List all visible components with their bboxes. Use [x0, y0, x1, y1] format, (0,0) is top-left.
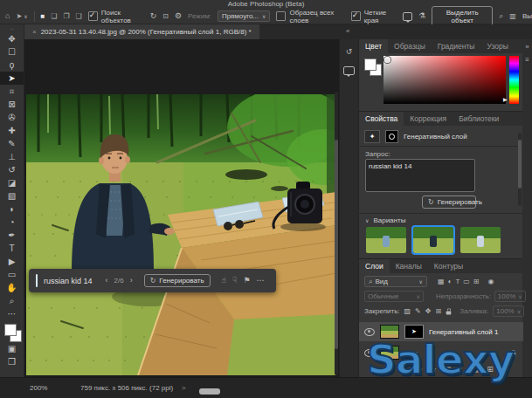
- foreground-color-swatch[interactable]: [364, 58, 377, 71]
- lock-position-icon[interactable]: ✥: [425, 308, 432, 315]
- clone-stamp-tool[interactable]: ⊥: [0, 150, 24, 163]
- pen-tool[interactable]: ✒: [0, 229, 24, 242]
- comments-panel-icon[interactable]: [343, 66, 355, 75]
- next-variation-icon[interactable]: ›: [130, 277, 133, 285]
- variant-thumbnail-1[interactable]: [366, 227, 406, 253]
- fill-value[interactable]: 100% ∨: [493, 305, 524, 317]
- variant-thumbnail-3[interactable]: [460, 227, 501, 253]
- type-tool[interactable]: T: [0, 242, 24, 255]
- scrollbar-thumb[interactable]: [335, 140, 338, 349]
- filter-type-icon[interactable]: T: [455, 278, 459, 285]
- lock-all-icon[interactable]: [446, 312, 452, 315]
- layer-filter-dropdown[interactable]: ⌕ Вид ∨: [364, 276, 427, 287]
- canvas-area[interactable]: russian kid 14 ‹ 2/6 › ↻ Генерировать ☝ …: [24, 39, 339, 377]
- filter-adjustment-icon[interactable]: ◐: [448, 278, 453, 285]
- select-mask-label[interactable]: Вы: [522, 12, 532, 20]
- generate-button[interactable]: ↻ Генерировать: [422, 196, 476, 209]
- fg-bg-swatches[interactable]: [364, 58, 382, 76]
- move-tool[interactable]: ✥: [0, 32, 24, 45]
- sample-all-layers-checkbox[interactable]: Образец всех слоев: [276, 9, 344, 24]
- lock-artboard-icon[interactable]: ⊞: [436, 308, 442, 315]
- scrollbar-thumb[interactable]: [518, 140, 522, 189]
- tab-gradients[interactable]: Градиенты: [432, 39, 481, 53]
- selection-intersect-icon[interactable]: ❑: [76, 13, 82, 20]
- saturation-value-picker[interactable]: [383, 56, 506, 104]
- tab-adjustments[interactable]: Коррекция: [404, 112, 453, 126]
- history-panel-icon[interactable]: ↺: [346, 48, 353, 56]
- eyedropper-tool[interactable]: ✇: [0, 111, 24, 124]
- selection-subtract-icon[interactable]: ❐: [63, 13, 69, 20]
- canvas-vertical-scrollbar[interactable]: [335, 92, 338, 375]
- swamp-photo[interactable]: [26, 94, 336, 375]
- filter-shape-icon[interactable]: ▭: [463, 278, 470, 285]
- panel-scrollbar[interactable]: [518, 133, 522, 206]
- refresh-icon[interactable]: ↻: [150, 12, 157, 20]
- prompt-text[interactable]: russian kid 14: [44, 277, 93, 285]
- zoom-tool[interactable]: ⌕: [0, 294, 24, 307]
- marquee-tool[interactable]: ☐: [0, 45, 24, 58]
- prompt-input[interactable]: russian kid 14: [365, 159, 475, 192]
- transform-icon[interactable]: ⊡: [162, 13, 169, 20]
- panel-menu-icon[interactable]: ≡: [525, 56, 529, 64]
- variants-header[interactable]: ∨ Варианты: [365, 216, 405, 224]
- tab-channels[interactable]: Каналы: [390, 259, 428, 273]
- selection-add-icon[interactable]: ❏: [51, 13, 57, 20]
- tool-preset[interactable]: ➤ ∨: [16, 13, 27, 20]
- frame-tool[interactable]: ⊠: [0, 98, 24, 111]
- document-tab[interactable]: × 2023-05-31 13.40.48.jpg @ 200% (Генера…: [24, 24, 259, 39]
- path-select-tool[interactable]: ▶: [0, 255, 24, 268]
- foreground-color-swatch[interactable]: [4, 324, 17, 336]
- thumbs-down-icon[interactable]: ☟: [232, 277, 237, 285]
- dodge-tool[interactable]: ◔: [0, 216, 24, 229]
- generate-button[interactable]: ↻ Генерировать: [144, 274, 211, 287]
- selection-new-icon[interactable]: ■: [40, 13, 45, 20]
- crop-tool[interactable]: ⌗: [0, 85, 24, 98]
- home-icon[interactable]: ⌂: [5, 12, 10, 20]
- status-chevron-icon[interactable]: >: [182, 384, 186, 392]
- filter-image-icon[interactable]: ▦: [438, 278, 445, 285]
- toolbar-grip[interactable]: ∙∙: [10, 24, 14, 32]
- more-tools-button[interactable]: ⋯: [0, 307, 24, 320]
- tab-libraries[interactable]: Библиотеки: [453, 112, 505, 126]
- comment-icon[interactable]: [403, 12, 413, 21]
- color-swatches[interactable]: [3, 323, 22, 342]
- bar-handle[interactable]: [36, 274, 38, 287]
- tab-patterns[interactable]: Узоры: [480, 39, 514, 53]
- variant-thumbnail-2-selected[interactable]: [413, 227, 453, 253]
- tab-color[interactable]: Цвет: [359, 39, 388, 53]
- hue-slider[interactable]: [509, 56, 519, 104]
- search-icon[interactable]: ⌕: [499, 12, 503, 20]
- brush-tool[interactable]: ✎: [0, 137, 24, 150]
- panel-icon[interactable]: ▥: [509, 13, 516, 20]
- screen-mode-button[interactable]: ❐: [0, 355, 24, 368]
- healing-brush-tool[interactable]: ✚: [0, 124, 24, 137]
- hue-slider-marker[interactable]: ▶: [503, 97, 508, 102]
- find-objects-checkbox[interactable]: Поиск объектов: [88, 9, 144, 24]
- collapse-panels-icon[interactable]: «: [346, 28, 349, 35]
- tab-properties[interactable]: Свойства: [359, 112, 404, 126]
- gear-icon[interactable]: ⚙: [175, 12, 182, 20]
- tab-swatches[interactable]: Образцы: [388, 39, 432, 53]
- color-picker-marker[interactable]: [384, 57, 390, 63]
- zoom-level[interactable]: 200%: [30, 384, 47, 392]
- hand-tool[interactable]: ✋: [0, 281, 24, 294]
- mode-dropdown[interactable]: Прямоуго... ∨: [218, 10, 271, 22]
- collapse-dock-icon[interactable]: »: [525, 43, 529, 51]
- gradient-tool[interactable]: ▧: [0, 189, 24, 202]
- flag-icon[interactable]: ⚑: [244, 277, 251, 285]
- quick-mask-button[interactable]: ▣: [0, 342, 24, 355]
- object-selection-tool[interactable]: ➤: [0, 72, 24, 85]
- select-subject-button[interactable]: Выделить объект: [432, 6, 493, 27]
- prev-variation-icon[interactable]: ‹: [106, 277, 108, 285]
- tab-paths[interactable]: Контуры: [428, 259, 469, 273]
- filter-smart-object-icon[interactable]: ⊞: [473, 278, 480, 285]
- lock-transparency-icon[interactable]: ▨: [404, 308, 411, 315]
- lock-paint-icon[interactable]: ✎: [415, 308, 421, 315]
- shape-tool[interactable]: ▭: [0, 268, 24, 281]
- lasso-tool[interactable]: ϙ: [0, 58, 24, 72]
- blur-tool[interactable]: ◗: [0, 202, 24, 216]
- hard-edges-checkbox[interactable]: Четкие края: [351, 9, 397, 24]
- eraser-tool[interactable]: ◪: [0, 176, 24, 189]
- opacity-value[interactable]: 100% ∨: [494, 291, 526, 302]
- tab-layers[interactable]: Слои: [359, 259, 390, 273]
